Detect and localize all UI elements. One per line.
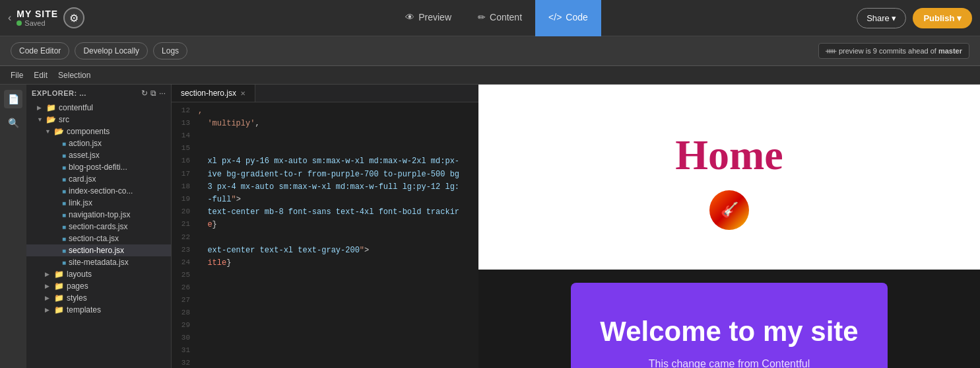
folder-src[interactable]: ▼ 📂 src xyxy=(26,114,171,126)
tab-close-button[interactable]: ✕ xyxy=(240,90,245,97)
code-editor-button[interactable]: Code Editor xyxy=(11,42,69,59)
file-icon: ■ xyxy=(62,188,66,195)
file-blog-post[interactable]: ■ blog-post-defiti... xyxy=(26,161,171,173)
settings-button[interactable]: ⚙ xyxy=(63,7,84,28)
menu-file[interactable]: File xyxy=(11,71,23,80)
publish-button[interactable]: Publish ▾ xyxy=(913,8,972,28)
folder-contentful[interactable]: ▶ 📁 contentful xyxy=(26,102,171,114)
menu-bar: File Edit Selection xyxy=(0,66,980,85)
folder-layouts[interactable]: ▶ 📁 layouts xyxy=(26,268,171,280)
code-line: 23 ext-center text-xl text-gray-200"> xyxy=(172,244,478,257)
folder-icon: 📂 xyxy=(54,127,64,136)
tab-content[interactable]: ✏ Content xyxy=(465,0,535,36)
preview-hero-title: Welcome to my site xyxy=(597,316,861,348)
file-icon: ■ xyxy=(62,223,66,231)
folder-label: contentful xyxy=(59,103,93,112)
file-section-cta[interactable]: ■ section-cta.jsx xyxy=(26,233,171,244)
code-line: 16 xl px-4 py-16 mx-auto sm:max-w-xl md:… xyxy=(172,155,478,168)
content-icon: ✏ xyxy=(478,12,486,22)
tab-content-label: Content xyxy=(490,12,522,22)
file-icon: ■ xyxy=(62,200,66,207)
menu-selection[interactable]: Selection xyxy=(58,71,90,80)
file-icon: ■ xyxy=(62,164,66,171)
sidebar-toolbar: ↻ ⧉ ··· xyxy=(141,89,166,98)
nav-left: ‹ MY SITE Saved ⚙ xyxy=(8,7,153,28)
code-line: 29 xyxy=(172,320,478,332)
code-editor[interactable]: section-hero.jsx ✕ 12, 13 'multiply', 14… xyxy=(172,85,478,368)
file-label: section-cta.jsx xyxy=(69,234,119,243)
tab-preview-label: Preview xyxy=(418,12,451,22)
folder-label: src xyxy=(59,115,69,124)
file-action[interactable]: ■ action.jsx xyxy=(26,137,171,149)
code-line: 30 xyxy=(172,332,478,345)
site-saved-status: Saved xyxy=(16,19,58,27)
code-line: 13 'multiply', xyxy=(172,118,478,130)
explorer-icon[interactable]: 📄 xyxy=(4,90,22,108)
folder-label: layouts xyxy=(67,270,92,279)
file-site-metadata[interactable]: ■ site-metadata.jsx xyxy=(26,256,171,268)
tab-code[interactable]: </> Code xyxy=(535,0,601,36)
split-button[interactable]: ⧉ xyxy=(150,89,156,98)
folder-styles[interactable]: ▶ 📁 styles xyxy=(26,292,171,304)
file-label: asset.jsx xyxy=(69,151,100,160)
develop-locally-button[interactable]: Develop Locally xyxy=(75,42,148,59)
sidebar-header: EXPLORER: ... ↻ ⧉ ··· xyxy=(26,85,171,102)
file-navigation-top[interactable]: ■ navigation-top.jsx xyxy=(26,209,171,221)
file-icon: ■ xyxy=(62,211,66,219)
file-asset[interactable]: ■ asset.jsx xyxy=(26,149,171,161)
file-index-section[interactable]: ■ index-section-co... xyxy=(26,185,171,197)
folder-pages[interactable]: ▶ 📁 pages xyxy=(26,280,171,292)
preview-logo: 🎸 xyxy=(709,190,749,230)
file-label: blog-post-defiti... xyxy=(69,163,127,172)
saved-label: Saved xyxy=(24,19,45,27)
file-link[interactable]: ■ link.jsx xyxy=(26,197,171,209)
file-label: link.jsx xyxy=(69,198,92,207)
arrow-icon: ▼ xyxy=(45,128,51,135)
folder-icon: 📁 xyxy=(54,281,64,291)
editor-tab-section-hero[interactable]: section-hero.jsx ✕ xyxy=(172,85,255,102)
folder-components[interactable]: ▼ 📂 components xyxy=(26,126,171,137)
explorer-title: EXPLORER: ... xyxy=(32,89,86,97)
more-button[interactable]: ··· xyxy=(159,89,166,98)
nav-center: 👁 Preview ✏ Content </> Code xyxy=(161,0,832,36)
editor-tabs: section-hero.jsx ✕ xyxy=(172,85,478,102)
site-info: MY SITE Saved xyxy=(16,9,58,27)
folder-templates[interactable]: ▶ 📁 templates xyxy=(26,304,171,316)
back-button[interactable]: ‹ xyxy=(8,12,11,24)
search-icon[interactable]: 🔍 xyxy=(4,114,22,132)
arrow-icon: ▶ xyxy=(37,104,44,111)
code-line: 21 e} xyxy=(172,219,478,231)
logs-button[interactable]: Logs xyxy=(153,42,187,59)
file-icon: ■ xyxy=(62,259,66,266)
code-content[interactable]: 12, 13 'multiply', 14 15 16 xl px-4 py-1… xyxy=(172,102,478,368)
arrow-icon: ▶ xyxy=(45,271,51,277)
code-line: 15 xyxy=(172,143,478,155)
branch-icon: ᚔ xyxy=(826,46,836,55)
file-icon: ■ xyxy=(62,140,66,147)
code-line: 24 itle} xyxy=(172,257,478,270)
code-line: 26 xyxy=(172,282,478,295)
menu-edit[interactable]: Edit xyxy=(34,71,48,80)
file-section-hero[interactable]: ■ section-hero.jsx xyxy=(26,244,171,256)
file-card[interactable]: ■ card.jsx xyxy=(26,173,171,185)
file-section-cards[interactable]: ■ section-cards.jsx xyxy=(26,221,171,233)
code-line: 17 ive bg-gradient-to-r from-purple-700 … xyxy=(172,168,478,181)
file-label: navigation-top.jsx xyxy=(69,210,130,219)
file-icon: ■ xyxy=(62,152,66,159)
refresh-button[interactable]: ↻ xyxy=(141,89,148,98)
folder-icon: 📁 xyxy=(54,293,64,303)
site-name: MY SITE xyxy=(16,9,58,19)
folder-label: styles xyxy=(67,293,87,303)
code-line: 20 text-center mb-8 font-sans text-4xl f… xyxy=(172,206,478,219)
nav-right: Share ▾ Publish ▾ xyxy=(840,8,972,28)
code-line: 27 xyxy=(172,295,478,307)
file-icon: ■ xyxy=(62,176,66,183)
folder-icon: 📁 xyxy=(54,305,64,314)
code-line: 31 xyxy=(172,345,478,357)
share-button[interactable]: Share ▾ xyxy=(857,8,906,28)
tab-preview[interactable]: 👁 Preview xyxy=(392,0,465,36)
code-line: 25 xyxy=(172,270,478,282)
arrow-icon: ▶ xyxy=(45,283,51,289)
commit-text: preview is 9 commits ahead of master xyxy=(839,47,962,55)
secondary-nav: Code Editor Develop Locally Logs ᚔ previ… xyxy=(0,36,980,66)
